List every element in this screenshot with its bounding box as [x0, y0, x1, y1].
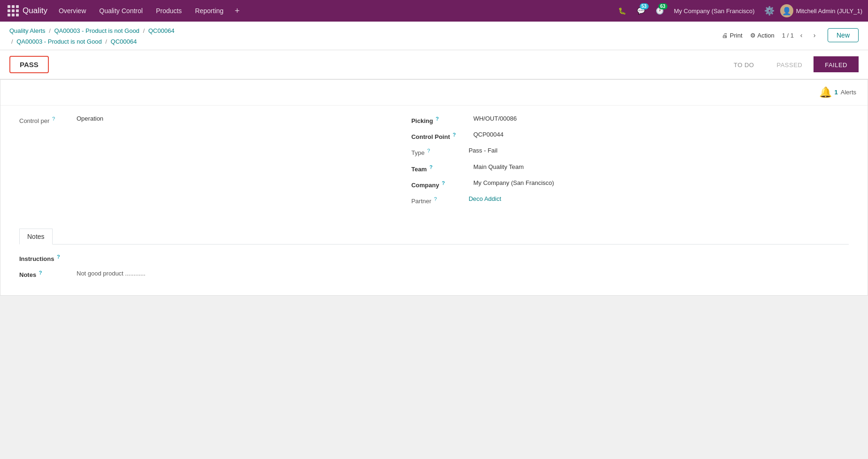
pager-prev[interactable]: ‹ — [796, 30, 807, 41]
new-button[interactable]: New — [828, 28, 859, 42]
control-point-field: Control Point ? QCP00044 — [411, 131, 849, 140]
apps-menu-button[interactable] — [6, 3, 21, 18]
status-steps: TO DO PASSED FAILED — [722, 56, 859, 72]
debug-icon-button[interactable]: 🐛 — [614, 2, 631, 19]
team-label: Team ? — [411, 163, 468, 173]
form-body: Control per ? Operation Picking ? WH/OUT… — [0, 106, 868, 229]
breadcrumb-qc00064-1[interactable]: QC00064 — [148, 27, 175, 34]
control-per-value: Operation — [77, 115, 103, 122]
company-field: Company ? My Company (San Francisco) — [411, 179, 849, 189]
control-per-label: Control per ? — [19, 115, 71, 124]
notes-help[interactable]: ? — [39, 270, 42, 275]
partner-help[interactable]: ? — [434, 196, 437, 202]
breadcrumb-qc00064-2[interactable]: QC00064 — [111, 38, 137, 45]
partner-label: Partner ? — [411, 195, 463, 205]
company-help[interactable]: ? — [442, 180, 445, 186]
partner-field: Partner ? Deco Addict — [411, 195, 849, 205]
picking-field: Picking ? WH/OUT/00086 — [411, 115, 849, 124]
activity-badge: 63 — [659, 3, 667, 9]
status-todo[interactable]: TO DO — [722, 56, 765, 72]
instructions-help[interactable]: ? — [57, 254, 60, 260]
type-label: Type ? — [411, 147, 463, 156]
print-icon: 🖨 — [722, 32, 728, 39]
partner-value[interactable]: Deco Addict — [469, 195, 501, 202]
activity-button[interactable]: 🕐 63 — [651, 2, 668, 19]
user-menu[interactable]: 👤 Mitchell Admin (JULY_1) — [780, 4, 862, 17]
team-field: Team ? Main Quality Team — [411, 163, 849, 173]
control-point-value: QCP00044 — [473, 131, 504, 138]
app-title: Quality — [23, 6, 47, 15]
status-passed[interactable]: PASSED — [765, 56, 814, 72]
top-navigation: Quality Overview Quality Control Product… — [0, 0, 868, 22]
nav-add-menu[interactable]: + — [231, 6, 244, 16]
chat-badge: 53 — [640, 3, 649, 9]
notes-label: Notes ? — [19, 270, 71, 278]
control-per-field: Control per ? Operation — [19, 115, 393, 124]
action-button[interactable]: ⚙ Action — [750, 32, 775, 39]
nav-reporting[interactable]: Reporting — [189, 0, 229, 22]
pager: 1 / 1 ‹ › — [782, 30, 820, 41]
form-row-main: Control per ? Operation Picking ? WH/OUT… — [19, 115, 849, 212]
type-field: Type ? Pass - Fail — [411, 147, 849, 156]
notes-value: Not good product ............ — [77, 270, 146, 277]
nav-quality-control[interactable]: Quality Control — [93, 0, 148, 22]
pager-next[interactable]: › — [809, 30, 820, 41]
nav-products[interactable]: Products — [150, 0, 187, 22]
avatar: 👤 — [780, 4, 793, 17]
team-help[interactable]: ? — [429, 164, 433, 170]
bell-icon: 🔔 — [819, 86, 832, 99]
notes-field: Notes ? Not good product ............ — [19, 270, 849, 278]
chat-button[interactable]: 💬 53 — [633, 2, 650, 19]
breadcrumb-actions: 🖨 Print ⚙ Action 1 / 1 ‹ › New — [722, 28, 859, 42]
form-right: Picking ? WH/OUT/00086 Control Point ? Q… — [411, 115, 849, 212]
settings-icon[interactable]: ⚙️ — [760, 6, 778, 16]
picking-value: WH/OUT/00086 — [473, 115, 517, 122]
user-name: Mitchell Admin (JULY_1) — [796, 8, 862, 15]
company-selector[interactable]: My Company (San Francisco) — [670, 8, 759, 15]
form-card: 🔔 1 Alerts Control per ? Operation — [0, 79, 868, 296]
main-content: 🔔 1 Alerts Control per ? Operation — [0, 79, 868, 459]
type-help[interactable]: ? — [427, 148, 430, 153]
notes-section: Notes Instructions ? Notes ? Not good pr… — [0, 229, 868, 296]
breadcrumb-bar: Quality Alerts / QA00003 - Product is no… — [0, 22, 868, 50]
breadcrumb: Quality Alerts / QA00003 - Product is no… — [9, 26, 174, 36]
print-button[interactable]: 🖨 Print — [722, 32, 743, 39]
company-label: Company ? — [411, 179, 468, 189]
alert-banner: 🔔 1 Alerts — [0, 80, 868, 106]
team-value: Main Quality Team — [473, 163, 524, 170]
status-bar: PASS TO DO PASSED FAILED — [0, 50, 868, 79]
instructions-label: Instructions ? — [19, 254, 71, 262]
breadcrumb-qa00003[interactable]: QA00003 - Product is not Good — [54, 27, 139, 34]
breadcrumb-row2: / QA00003 - Product is not Good / QC0006… — [9, 37, 174, 47]
company-value: My Company (San Francisco) — [473, 179, 554, 186]
control-point-help[interactable]: ? — [453, 132, 456, 138]
type-value: Pass - Fail — [469, 147, 497, 154]
gear-icon: ⚙ — [750, 32, 756, 39]
nav-overview[interactable]: Overview — [53, 0, 92, 22]
breadcrumb-qa00003-2[interactable]: QA00003 - Product is not Good — [16, 38, 101, 45]
breadcrumb-quality-alerts[interactable]: Quality Alerts — [9, 27, 46, 34]
bug-icon: 🐛 — [618, 7, 626, 15]
tab-bar: Notes — [19, 229, 849, 245]
tab-notes[interactable]: Notes — [19, 229, 53, 245]
picking-label: Picking ? — [411, 115, 468, 124]
form-left: Control per ? Operation — [19, 115, 393, 212]
pass-button[interactable]: PASS — [9, 56, 49, 73]
alerts-indicator[interactable]: 🔔 1 Alerts — [819, 86, 856, 99]
instructions-field: Instructions ? — [19, 254, 849, 262]
status-failed[interactable]: FAILED — [814, 56, 859, 72]
control-point-label: Control Point ? — [411, 131, 468, 140]
control-per-help[interactable]: ? — [52, 116, 55, 122]
picking-help[interactable]: ? — [436, 116, 439, 122]
